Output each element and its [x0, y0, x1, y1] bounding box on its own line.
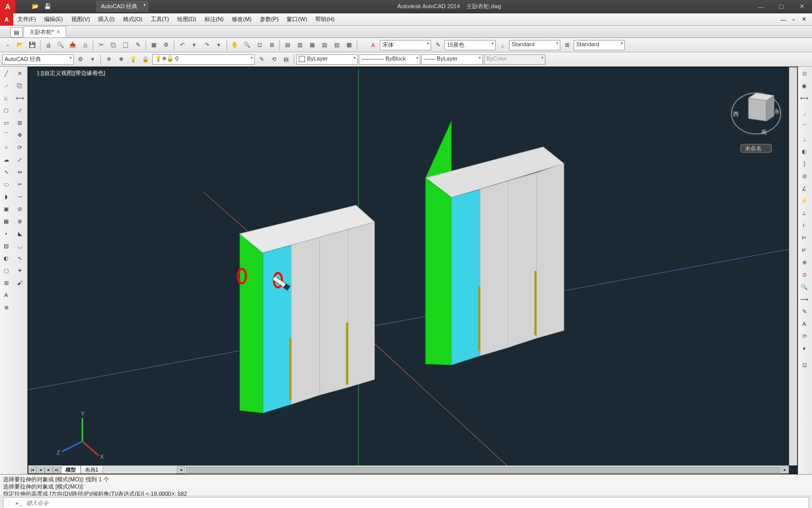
tab-last-icon[interactable]: ▸| [53, 466, 61, 474]
layer-prev-icon[interactable]: ⟲ [268, 54, 279, 65]
lineweight-combo[interactable]: —— ByLayer [421, 54, 483, 65]
constraint-icon[interactable]: ⊡ [798, 359, 810, 370]
tablestyle-icon[interactable]: ⊞ [561, 40, 573, 51]
menu-insert[interactable]: 插入(I) [94, 13, 118, 25]
paint-icon[interactable]: 🖌 [14, 277, 26, 288]
ws-save-icon[interactable]: ▾ [87, 54, 98, 65]
trim-icon[interactable]: ✂ [14, 179, 26, 190]
save-icon[interactable]: 💾 [27, 40, 38, 51]
dim-quick-icon[interactable]: ⚡ [798, 195, 810, 206]
line-icon[interactable]: ╱ [0, 68, 12, 79]
hscroll-left-icon[interactable]: ◂ [177, 466, 185, 474]
minimize-icon[interactable]: — [750, 0, 771, 13]
layer-iso-icon[interactable]: ❅ [115, 54, 127, 65]
menu-draw[interactable]: 绘图(D) [173, 13, 200, 25]
rotate-icon[interactable]: ⟳ [14, 142, 26, 153]
stretch-icon[interactable]: ⇔ [14, 166, 26, 178]
chamfer-icon[interactable]: ◣ [14, 228, 26, 239]
new-icon[interactable]: ▫ [2, 40, 13, 51]
extend-icon[interactable]: ⤏ [14, 191, 26, 202]
layer-mgr-icon[interactable]: ❄ [103, 54, 114, 65]
layout1-tab[interactable]: 布局1 [80, 465, 103, 475]
redo-icon[interactable]: ↷ [201, 40, 212, 51]
textstyle-a-icon[interactable]: A [368, 40, 379, 51]
textstyle1-combo[interactable]: 15黄色 [444, 40, 496, 50]
scrollbar-vertical[interactable] [789, 67, 797, 465]
menu-logo[interactable]: A [0, 13, 13, 26]
jogline-icon[interactable]: ⟿ [798, 294, 810, 305]
qat-redo-icon[interactable]: ↷ [67, 1, 78, 12]
color-combo[interactable]: ByLayer [296, 54, 358, 65]
open-icon[interactable]: 📂 [14, 40, 26, 51]
copy2-icon[interactable]: ⿻ [14, 80, 26, 91]
block-icon[interactable]: ▦ [148, 40, 159, 51]
qat-print-icon[interactable]: 🖨 [79, 1, 90, 12]
xline-icon[interactable]: ⟋ [0, 80, 12, 91]
mirror-icon[interactable]: ⟷ [14, 92, 26, 104]
dimstyle-icon[interactable]: ⟂ [497, 40, 508, 51]
drawing-canvas[interactable]: [-][自定义视图][带边缘着色] [28, 67, 798, 474]
menu-format[interactable]: 格式(O) [119, 13, 147, 25]
start-tab-icon[interactable]: ▤ [10, 27, 23, 37]
calc-icon[interactable]: ▩ [343, 40, 355, 51]
zoomp-icon[interactable]: ⊞ [266, 40, 277, 51]
qat-new-icon[interactable]: ▫ [17, 1, 29, 12]
dim-arc-icon[interactable]: ⌒ [798, 121, 810, 132]
undo-icon[interactable]: ↶ [176, 40, 188, 51]
3dprint-icon[interactable]: ⎙ [79, 40, 91, 51]
qat-undo-icon[interactable]: ↶ [54, 1, 66, 12]
ws-gear-icon[interactable]: ⚙ [75, 54, 86, 65]
close-icon[interactable]: ✕ [791, 0, 812, 13]
mdi-close-icon[interactable]: ✕ [800, 15, 808, 24]
zoomw-icon[interactable]: ⊡ [254, 40, 265, 51]
dim-space-icon[interactable]: ⊨ [798, 232, 810, 243]
menu-tools[interactable]: 工具(T) [147, 13, 173, 25]
mdi-minimize-icon[interactable]: — [779, 15, 787, 24]
tab-prev-icon[interactable]: ◂ [36, 466, 45, 474]
fillet-icon[interactable]: ◡ [14, 240, 26, 251]
gradient-icon[interactable]: ◐ [0, 252, 12, 264]
revcloud-icon[interactable]: ☁ [0, 154, 12, 165]
menu-edit[interactable]: 编辑(E) [40, 13, 67, 25]
mtext-icon[interactable]: A [0, 289, 12, 301]
mdi-restore-icon[interactable]: ▫ [789, 15, 798, 24]
propwin-icon[interactable]: ▤ [282, 40, 293, 51]
circle-icon[interactable]: ○ [0, 142, 12, 153]
ellipsearc-icon[interactable]: ◗ [0, 191, 12, 202]
point-icon[interactable]: • [0, 228, 12, 239]
markup-icon[interactable]: ▨ [331, 40, 342, 51]
explode-icon[interactable]: ✦ [14, 265, 26, 276]
cmd-handle-icon[interactable]: ⋮ [4, 500, 14, 506]
dim-aligned-icon[interactable]: ⟋ [798, 109, 810, 120]
tab-first-icon[interactable]: |◂ [28, 466, 36, 474]
hscroll-right-icon[interactable]: ▸ [781, 466, 789, 474]
dim-jog-icon[interactable]: ⟆ [798, 158, 810, 169]
dimedit-icon[interactable]: ✎ [798, 306, 810, 317]
dim-ang-icon[interactable]: ∠ [798, 183, 810, 194]
layer-freeze-icon[interactable]: 🔒 [140, 54, 151, 65]
erase-icon[interactable]: ✕ [14, 68, 26, 79]
tab-next-icon[interactable]: ▸ [45, 466, 53, 474]
inspect-icon[interactable]: 🔍 [798, 281, 810, 292]
menu-help[interactable]: 帮助(H) [311, 13, 338, 25]
array-icon[interactable]: ⊞ [14, 117, 26, 128]
font-combo[interactable]: 宋体 [380, 40, 431, 50]
dimtedit-icon[interactable]: A [798, 318, 810, 329]
menu-dim[interactable]: 标注(N) [200, 13, 228, 25]
ellipse-icon[interactable]: ⬭ [0, 179, 12, 190]
maximize-icon[interactable]: ▢ [771, 0, 791, 13]
dim-base-icon[interactable]: ⊥ [798, 207, 810, 219]
menu-window[interactable]: 窗口(W) [282, 13, 311, 25]
app-logo[interactable]: A [0, 0, 15, 13]
linetype-combo[interactable]: ———— ByBlock [359, 54, 420, 65]
move-icon[interactable]: ✥ [14, 129, 26, 141]
break-icon[interactable]: ⊘ [14, 203, 26, 214]
layer-combo[interactable]: 💡❄🔓 0 [152, 54, 255, 65]
viewport-label[interactable]: [-][自定义视图][带边缘着色] [37, 69, 105, 77]
copy-icon[interactable]: ⿻ [108, 40, 119, 51]
textcolor-icon[interactable]: ✎ [432, 40, 443, 51]
props-icon[interactable]: ⚙ [160, 40, 172, 51]
command-input[interactable] [24, 499, 808, 507]
arc-icon[interactable]: ⌒ [0, 129, 12, 141]
document-tab[interactable]: 主卧衣柜*✕ [24, 26, 66, 37]
